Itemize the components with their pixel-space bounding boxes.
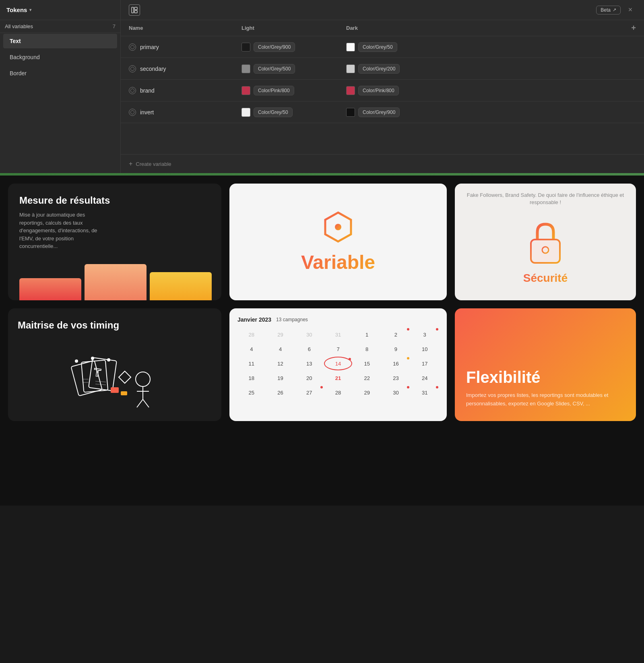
table-row[interactable]: brand Color/Pink/800 Color/Pink/800 bbox=[121, 80, 644, 101]
dark-swatch-secondary bbox=[346, 64, 355, 73]
var-type-icon bbox=[129, 43, 136, 51]
light-value-brand[interactable]: Color/Pink/800 bbox=[242, 86, 346, 95]
light-chip-invert: Color/Grey/50 bbox=[254, 107, 293, 117]
cal-cell: 4 bbox=[237, 342, 266, 356]
cal-cell: 30 bbox=[295, 328, 323, 341]
col-dark: Dark bbox=[346, 25, 451, 31]
cal-cell: 7 bbox=[324, 342, 352, 356]
light-chip-secondary: Color/Grey/500 bbox=[254, 64, 295, 74]
cal-cell: 17 bbox=[411, 357, 439, 370]
securite-top-text: Fake Followers, Brand Safety. De quoi fa… bbox=[463, 192, 628, 206]
timing-illustration: T bbox=[18, 339, 212, 411]
svg-line-19 bbox=[137, 399, 143, 407]
cal-cell: 26 bbox=[266, 386, 295, 399]
svg-point-16 bbox=[136, 372, 150, 386]
svg-rect-2 bbox=[134, 10, 137, 13]
cal-cell: 3 bbox=[411, 328, 439, 341]
calendar-header: Janvier 2023 13 campagnes bbox=[237, 316, 439, 323]
light-swatch-primary bbox=[242, 43, 250, 52]
sidebar-item-border[interactable]: Border bbox=[3, 66, 117, 81]
lock-icon bbox=[525, 220, 566, 269]
light-swatch-invert bbox=[242, 108, 250, 117]
var-name-invert: invert bbox=[129, 109, 242, 116]
variable-card: Variable bbox=[229, 184, 447, 300]
dark-value-primary[interactable]: Color/Grey/50 bbox=[346, 42, 451, 52]
close-button[interactable]: × bbox=[625, 4, 636, 16]
cal-cell-today: 14 bbox=[324, 357, 352, 370]
securite-label: Sécurité bbox=[523, 272, 568, 285]
svg-marker-12 bbox=[119, 371, 131, 383]
dark-value-secondary[interactable]: Color/Grey/200 bbox=[346, 64, 451, 74]
securite-card: Fake Followers, Brand Safety. De quoi fa… bbox=[455, 184, 636, 300]
mesure-card: Mesure de résultats Mise à jour automati… bbox=[8, 184, 221, 300]
bar-chart bbox=[19, 252, 212, 300]
flex-desc: Importez vos propres listes, les reporti… bbox=[466, 391, 625, 408]
var-name-brand: brand bbox=[129, 87, 242, 94]
flex-title: Flexibilité bbox=[466, 368, 625, 386]
cal-cell: 29 bbox=[266, 328, 295, 341]
svg-rect-0 bbox=[132, 7, 134, 13]
light-swatch-secondary bbox=[242, 64, 250, 73]
table-row[interactable]: secondary Color/Grey/500 Color/Grey/200 bbox=[121, 58, 644, 80]
dark-value-brand[interactable]: Color/Pink/800 bbox=[346, 86, 451, 95]
svg-point-4 bbox=[335, 224, 341, 230]
beta-badge[interactable]: Beta ↗ bbox=[596, 6, 621, 14]
bar-2 bbox=[85, 264, 147, 300]
cal-cell: 23 bbox=[382, 371, 410, 385]
beta-label: Beta bbox=[601, 7, 611, 13]
table-header: Name Light Dark + bbox=[121, 20, 644, 36]
cal-cell: 9 bbox=[382, 342, 410, 356]
dark-swatch-brand bbox=[346, 86, 355, 95]
campaigns-badge: 13 campagnes bbox=[276, 317, 308, 322]
sidebar-header: Tokens ▾ bbox=[0, 0, 120, 20]
svg-point-13 bbox=[75, 359, 78, 363]
calendar-month: Janvier 2023 bbox=[237, 316, 271, 323]
cal-cell: 22 bbox=[353, 371, 381, 385]
light-value-secondary[interactable]: Color/Grey/500 bbox=[242, 64, 346, 74]
svg-point-15 bbox=[107, 358, 110, 361]
dark-value-invert[interactable]: Color/Grey/900 bbox=[346, 107, 451, 117]
svg-rect-21 bbox=[111, 387, 119, 393]
cal-cell: 25 bbox=[237, 386, 266, 399]
svg-rect-5 bbox=[531, 240, 560, 263]
cal-cell: 31 bbox=[324, 328, 352, 341]
light-swatch-brand bbox=[242, 86, 250, 95]
col-add[interactable]: + bbox=[451, 23, 636, 33]
cal-cell: 29 bbox=[353, 386, 381, 399]
chevron-down-icon: ▾ bbox=[29, 8, 31, 12]
cal-cell: 2 bbox=[382, 328, 410, 341]
timing-svg: T bbox=[62, 339, 167, 411]
mesure-desc: Mise à jour automatique des reportings, … bbox=[19, 211, 100, 250]
variable-logo bbox=[322, 211, 354, 245]
lock-container: Sécurité bbox=[523, 213, 568, 292]
bar-3 bbox=[150, 272, 212, 300]
light-value-invert[interactable]: Color/Grey/50 bbox=[242, 107, 346, 117]
sidebar-item-text[interactable]: Text bbox=[3, 34, 117, 48]
layout-icon[interactable] bbox=[129, 4, 140, 16]
cal-cell: 30 bbox=[382, 386, 410, 399]
tokens-title[interactable]: Tokens ▾ bbox=[6, 6, 31, 13]
flexibilite-card: Flexibilité Importez vos propres listes,… bbox=[455, 308, 636, 421]
cal-cell: 20 bbox=[295, 371, 323, 385]
table-row[interactable]: invert Color/Grey/50 Color/Grey/900 bbox=[121, 101, 644, 123]
var-type-icon bbox=[129, 87, 136, 94]
bar-1 bbox=[19, 278, 81, 300]
cal-cell: 10 bbox=[411, 342, 439, 356]
light-value-primary[interactable]: Color/Grey/900 bbox=[242, 42, 346, 52]
cal-cell: 4 bbox=[266, 342, 295, 356]
mesure-title: Mesure de résultats bbox=[19, 195, 212, 206]
svg-text:T: T bbox=[93, 366, 101, 379]
var-name-primary: primary bbox=[129, 43, 242, 51]
tokens-label: Tokens bbox=[6, 6, 27, 13]
cal-cell: 19 bbox=[266, 371, 295, 385]
svg-line-23 bbox=[95, 381, 106, 382]
cal-cell: 1 bbox=[353, 328, 381, 341]
all-variables-row[interactable]: All variables 7 bbox=[0, 20, 120, 33]
table-row[interactable]: primary Color/Grey/900 Color/Grey/50 bbox=[121, 36, 644, 58]
preview-section: Mesure de résultats Mise à jour automati… bbox=[0, 176, 644, 506]
create-variable-button[interactable]: + Create variable bbox=[121, 154, 644, 173]
cal-cell: 24 bbox=[411, 371, 439, 385]
cal-cell: 6 bbox=[295, 342, 323, 356]
sidebar-item-background[interactable]: Background bbox=[3, 50, 117, 64]
create-variable-label: Create variable bbox=[136, 161, 171, 167]
